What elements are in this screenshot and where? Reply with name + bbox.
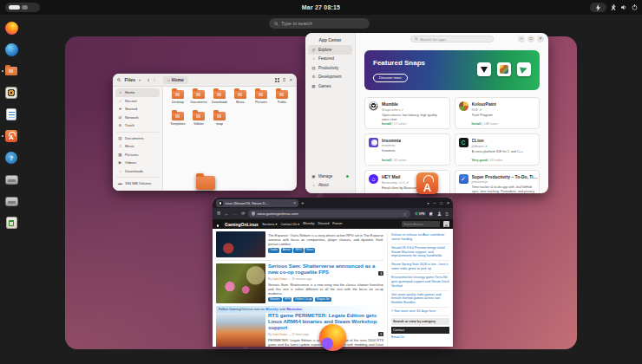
sidebar-item-volume-1gb[interactable]: ▬1.0 GB Volume (115, 188, 160, 192)
nav-bluesky[interactable]: Bluesky (303, 222, 314, 226)
app-center-window-app-badge[interactable]: A (416, 172, 438, 194)
nav-games[interactable]: ▦Games (308, 81, 352, 91)
author-link[interactable]: Liam Dawe (272, 333, 287, 336)
follow-banner[interactable]: Follow GamingOnLinux now on Bluesky and … (216, 306, 383, 313)
featured-app-icon-1[interactable] (477, 62, 491, 76)
power-icon[interactable] (632, 4, 638, 10)
app-card-kolourpaint[interactable]: KolourPaint KDE ✔ Paint Program Install … (455, 97, 540, 129)
nav-discord[interactable]: Discord (318, 222, 329, 226)
sidebar-link[interactable]: Steam Spring Sale 2026 is live - here's … (391, 261, 449, 274)
firefox-window-app-badge[interactable] (319, 324, 346, 351)
dock-rhythmbox[interactable] (4, 86, 18, 100)
maximize-icon[interactable]: □ (527, 36, 534, 42)
site-logo-penguin[interactable] (216, 221, 221, 228)
app-center-window[interactable]: App Center ◎Explore ☆Featured ▤Productiv… (305, 33, 548, 193)
nav-forum[interactable]: Forum (332, 222, 342, 226)
article-tag[interactable]: Rogue-lite (315, 297, 331, 302)
sidebar-link[interactable]: SteamOS 3.8.0 Preview brings initial Ste… (391, 244, 449, 262)
article-expanse[interactable]: The Expanse: Osiris Reborn is a story-dr… (216, 231, 383, 261)
browser-tab[interactable]: Linux (SteamOS, Steam D… × (216, 199, 298, 207)
comment-count-badge[interactable]: 3 (378, 332, 383, 336)
accessibility-icon[interactable] (611, 4, 617, 10)
article-perimeter[interactable]: RTS game PERIMETER: Legate Edition gets … (216, 313, 383, 347)
menu-icon[interactable]: ≡ (445, 211, 449, 217)
sidebar-item-downloads[interactable]: ↓Downloads (115, 167, 160, 176)
article-thumbnail[interactable] (216, 231, 265, 257)
comment-count-badge[interactable]: 3 (378, 271, 383, 276)
new-tab-button[interactable]: + (301, 200, 305, 205)
sidebar-item-music[interactable]: ♫Music (115, 142, 160, 151)
nav-featured[interactable]: ☆Featured (308, 55, 352, 64)
dock-thunderbird[interactable] (4, 42, 18, 56)
article-tag[interactable]: RPG (293, 248, 303, 252)
dock-libreoffice-writer[interactable] (4, 107, 18, 121)
folder-downloads[interactable]: Downloads (209, 90, 230, 108)
files-window-app-badge[interactable] (196, 176, 215, 190)
sidebar-item-home[interactable]: ⌂Home (115, 88, 160, 97)
app-card-insomnia[interactable]: Insomnia insomnia Insomnia Install | 35 … (364, 133, 450, 166)
folder-desktop[interactable]: Desktop (167, 90, 188, 108)
dock-help[interactable]: ? (4, 151, 18, 165)
dock-trash[interactable] (4, 216, 18, 230)
dock-volume-2[interactable] (4, 194, 18, 208)
reload-icon[interactable]: ⟳ (241, 211, 245, 216)
featured-app-icon-2[interactable] (497, 62, 511, 76)
folder-music[interactable]: Music (230, 90, 251, 108)
folder-documents[interactable]: Documents (188, 90, 209, 108)
featured-app-icon-3[interactable] (517, 62, 531, 76)
contact-bar[interactable]: Contact (391, 327, 449, 334)
grid-view-icon[interactable] (275, 78, 279, 82)
app-card-super-productivity[interactable]: ✓ Super Productivity – To-Do, Time Track… (455, 170, 540, 193)
url-bar[interactable]: www.gamingonlinux.com ☆ (248, 210, 409, 218)
nav-explore[interactable]: ◎Explore (308, 45, 352, 55)
extensions-puzzle-icon[interactable] (429, 211, 434, 216)
app-search-input[interactable]: Search for apps (410, 36, 494, 43)
nav-development[interactable]: ⚙Development (308, 73, 352, 82)
article-tag[interactable]: News (305, 248, 315, 252)
nav-manage[interactable]: ▣Manage (308, 172, 352, 181)
folder-pictures[interactable]: Pictures (251, 90, 272, 108)
folder-public[interactable]: Public (272, 90, 292, 108)
article-tag[interactable]: Online Co-op (293, 297, 313, 302)
sidebar-item-videos[interactable]: ▶Videos (115, 159, 160, 167)
discover-more-button[interactable]: Discover more (373, 74, 408, 82)
article-tag[interactable]: FPS (283, 297, 292, 302)
forward-icon[interactable]: → (233, 211, 238, 217)
close-icon[interactable]: × (289, 77, 292, 82)
tab-close-icon[interactable]: × (293, 201, 296, 205)
sidebar-item-starred[interactable]: ★Starred (115, 105, 160, 114)
nav-about[interactable]: ○About (308, 181, 352, 191)
menu-icon[interactable]: ≡ (283, 77, 286, 82)
account-icon[interactable] (437, 211, 442, 216)
files-window[interactable]: Files ▾ ‹ › ⌂ Home ≡ × ⌂Home ○Recent ★St… (113, 74, 297, 191)
folder-snap[interactable]: snap (209, 112, 230, 130)
files-app-title[interactable]: Files (125, 77, 136, 82)
sidebar-item-pictures[interactable]: ▦Pictures (115, 151, 160, 159)
category-search-bar[interactable]: Search or view by category (391, 318, 449, 325)
sidebar-item-trash[interactable]: ⊗Trash (115, 121, 160, 130)
dock-firefox[interactable] (4, 21, 18, 35)
minimize-icon[interactable]: – (518, 36, 525, 42)
sidebar-link[interactable]: Deluxe re-release as Atari contribute se… (391, 231, 449, 244)
author-link[interactable]: Liam Dawe (272, 277, 287, 281)
system-status-area[interactable] (590, 3, 638, 12)
app-card-mumble[interactable]: Mumble Snapcrafters ✔ Open source, low l… (364, 97, 450, 129)
close-icon[interactable]: × (537, 36, 544, 42)
site-search-input[interactable]: Search Articles... (402, 221, 440, 227)
sidebar-link-see-more[interactable]: » See more over 30 days here (391, 308, 449, 316)
sidebar-item-documents[interactable]: ▤Documents (115, 134, 160, 143)
sidebar-item-volume-394mb[interactable]: ▬394 MB Volume (115, 179, 160, 188)
dock-volume-1[interactable] (4, 172, 18, 186)
firefox-view-icon[interactable]: ▥ (217, 211, 220, 216)
dock-files[interactable] (4, 64, 18, 78)
folder-templates[interactable]: Templates (167, 112, 188, 130)
sidebar-link[interactable]: Environmental strategy game Terra Nil ge… (391, 274, 449, 291)
app-card-clion[interactable]: C CLion jetbrains ✔ A cross-platform IDE… (455, 133, 540, 166)
sidebar-item-recent[interactable]: ○Recent (115, 97, 160, 106)
close-icon[interactable]: × (447, 200, 449, 205)
back-button[interactable]: ‹ (147, 77, 149, 83)
dock-app-center[interactable]: A (4, 129, 18, 143)
bookmark-star-icon[interactable]: ☆ (403, 211, 406, 217)
mastodon-link[interactable]: Mastodon. (286, 308, 303, 311)
article-headline[interactable]: Serious Sam: Shatterverse announced as a… (268, 263, 383, 276)
